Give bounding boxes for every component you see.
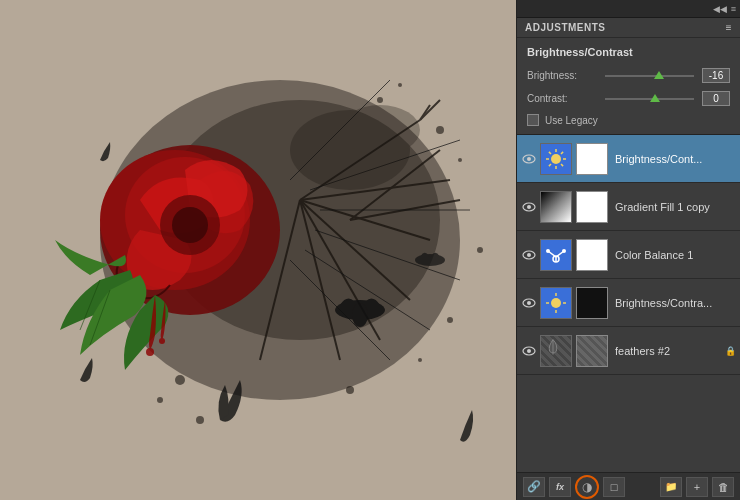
add-mask-button[interactable]: ◑ — [575, 475, 599, 499]
layer-item[interactable]: feathers #2 🔒 — [517, 327, 740, 375]
layer-name: Brightness/Contra... — [611, 297, 736, 309]
layer-mask — [576, 239, 608, 271]
layer-name: Brightness/Cont... — [611, 153, 736, 165]
svg-line-54 — [561, 164, 563, 166]
layer-type-icon — [540, 191, 572, 223]
svg-point-31 — [477, 247, 483, 253]
svg-point-66 — [562, 249, 566, 253]
layer-mask — [576, 287, 608, 319]
layer-name: feathers #2 — [611, 345, 720, 357]
layer-item[interactable]: Color Balance 1 — [517, 231, 740, 279]
svg-point-58 — [527, 205, 531, 209]
adjustment-type-label: Brightness/Contrast — [527, 46, 730, 58]
layer-item[interactable]: Brightness/Contra... — [517, 279, 740, 327]
svg-point-68 — [527, 301, 531, 305]
svg-point-27 — [346, 386, 354, 394]
svg-point-69 — [551, 298, 561, 308]
adjustments-menu-icon[interactable]: ≡ — [726, 22, 732, 33]
svg-line-56 — [549, 164, 551, 166]
layer-item[interactable]: Gradient Fill 1 copy — [517, 183, 740, 231]
brightness-thumb[interactable] — [654, 71, 664, 79]
svg-point-45 — [340, 105, 420, 155]
right-panel: ◀◀ ≡ ADJUSTMENTS ≡ Brightness/Contrast B… — [516, 0, 740, 500]
brightness-slider[interactable] — [605, 75, 694, 77]
layer-name: Color Balance 1 — [611, 249, 736, 261]
svg-point-47 — [527, 157, 531, 161]
svg-point-39 — [172, 207, 208, 243]
svg-point-75 — [527, 349, 531, 353]
svg-line-53 — [549, 151, 551, 153]
svg-point-26 — [418, 358, 422, 362]
adjustments-title: ADJUSTMENTS — [525, 22, 606, 33]
svg-line-55 — [561, 151, 563, 153]
svg-point-29 — [157, 397, 163, 403]
svg-point-48 — [551, 154, 561, 164]
layers-spacer — [517, 375, 740, 472]
panel-collapse-btn[interactable]: ◀◀ — [713, 4, 727, 14]
layer-name: Gradient Fill 1 copy — [611, 201, 736, 213]
create-adjustment-button[interactable]: □ — [603, 477, 625, 497]
layer-type-icon — [540, 143, 572, 175]
brightness-row: Brightness: -16 — [527, 68, 730, 83]
svg-point-25 — [447, 317, 453, 323]
adjustments-panel: ADJUSTMENTS ≡ Brightness/Contrast Bright… — [517, 18, 740, 135]
layer-type-icon — [540, 239, 572, 271]
layer-type-icon — [540, 287, 572, 319]
layer-visibility-icon[interactable] — [521, 199, 537, 215]
svg-point-21 — [377, 97, 383, 103]
layer-visibility-icon[interactable] — [521, 247, 537, 263]
layer-item[interactable]: Brightness/Cont... — [517, 135, 740, 183]
delete-layer-button[interactable]: 🗑 — [712, 477, 734, 497]
canvas-area — [0, 0, 516, 500]
artwork-svg — [0, 0, 516, 500]
svg-point-28 — [175, 375, 185, 385]
new-layer-button[interactable]: + — [686, 477, 708, 497]
use-legacy-row: Use Legacy — [527, 114, 730, 126]
layers-panel: Brightness/Cont... Gradient Fill 1 copy … — [517, 135, 740, 500]
svg-point-23 — [436, 126, 444, 134]
contrast-label: Contrast: — [527, 93, 597, 104]
brightness-value[interactable]: -16 — [702, 68, 730, 83]
layers-toolbar: 🔗 fx ◑ □ 📁 + 🗑 — [517, 472, 740, 500]
new-group-button[interactable]: 📁 — [660, 477, 682, 497]
svg-point-22 — [398, 83, 402, 87]
layer-type-icon — [540, 335, 572, 367]
svg-point-60 — [527, 253, 531, 257]
contrast-value[interactable]: 0 — [702, 91, 730, 106]
panel-menu-btn[interactable]: ≡ — [731, 4, 736, 14]
svg-point-33 — [352, 303, 368, 327]
panel-top-bar: ◀◀ ≡ — [517, 0, 740, 18]
layer-mask — [576, 143, 608, 175]
layer-visibility-icon[interactable] — [521, 151, 537, 167]
adjustment-content: Brightness/Contrast Brightness: -16 Cont… — [517, 38, 740, 134]
layer-visibility-icon[interactable] — [521, 295, 537, 311]
use-legacy-label: Use Legacy — [545, 115, 598, 126]
svg-point-43 — [159, 338, 165, 344]
svg-point-30 — [196, 416, 204, 424]
svg-point-65 — [546, 249, 550, 253]
svg-point-34 — [415, 254, 445, 266]
adjustments-title-bar: ADJUSTMENTS ≡ — [517, 18, 740, 38]
layer-visibility-icon[interactable] — [521, 343, 537, 359]
layer-mask — [576, 335, 608, 367]
contrast-slider[interactable] — [605, 98, 694, 100]
use-legacy-checkbox[interactable] — [527, 114, 539, 126]
link-layers-button[interactable]: 🔗 — [523, 477, 545, 497]
brightness-label: Brightness: — [527, 70, 597, 81]
svg-point-24 — [458, 158, 462, 162]
layer-properties-icon: 🔒 — [725, 346, 736, 356]
contrast-row: Contrast: 0 — [527, 91, 730, 106]
svg-point-42 — [146, 348, 154, 356]
layer-mask — [576, 191, 608, 223]
contrast-thumb[interactable] — [650, 94, 660, 102]
fx-button[interactable]: fx — [549, 477, 571, 497]
